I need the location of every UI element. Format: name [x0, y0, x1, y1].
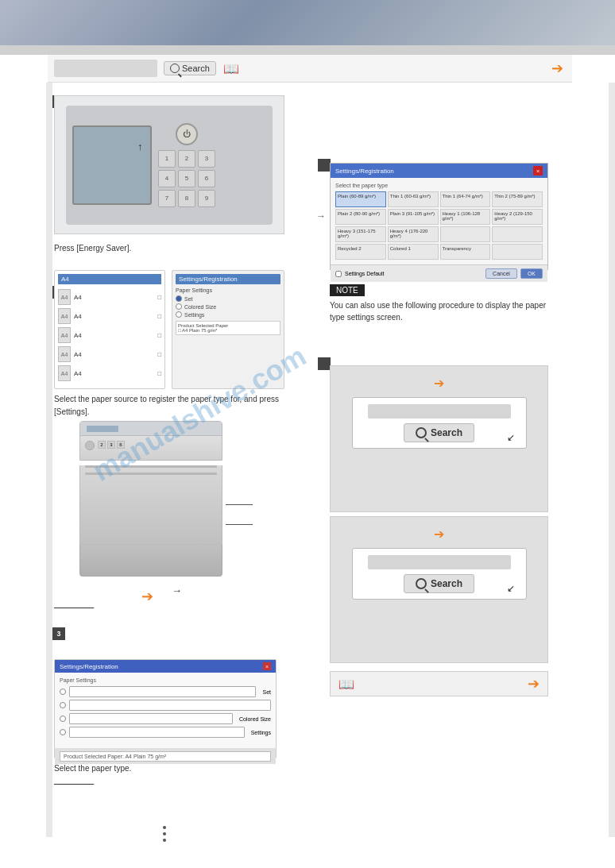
right-section-1-label	[318, 159, 331, 172]
popup-title-bar: Settings/Registration ×	[331, 164, 547, 178]
search-icon-1	[416, 427, 427, 438]
cell-thin1a[interactable]: Thin 1 (60-63 g/m²)	[388, 191, 439, 207]
btn-2: 2	[178, 150, 195, 168]
paper-settings-area: → A4 A4 A4 □ A4 A4 □ A4 A4 □ A4 A4 □ A4 …	[54, 270, 284, 389]
underline-text-left: _________	[54, 600, 94, 608]
pointer-arrow-left: →	[172, 584, 182, 596]
reg-input-2[interactable]	[69, 700, 271, 711]
printer-top: 2 3 6	[79, 421, 222, 461]
popup-ok-btn[interactable]: OK	[520, 268, 543, 279]
search-btn-label-1: Search	[431, 427, 462, 438]
popup-subtitle: Select the paper type	[335, 183, 543, 188]
btn-7: 7	[158, 190, 176, 207]
cursor-1: ↙	[507, 432, 515, 443]
step1-label: Press [Energy Saver].	[54, 244, 131, 253]
reg-row-3: Colored Size	[60, 713, 271, 724]
note-section: NOTE You can also use the following proc…	[330, 284, 548, 323]
search-button-top[interactable]: Search	[164, 61, 216, 75]
note-text: You can also use the following procedure…	[330, 299, 548, 323]
popup-close-btn[interactable]: ×	[533, 166, 543, 176]
settings-option-1: Set	[176, 295, 280, 302]
cell-empty2	[492, 226, 543, 242]
printer-control-panel-image: ⏻ 1 2 3 4 5 6 7 8 9 ↑	[54, 95, 284, 234]
cell-plain2[interactable]: Plain 2 (80-90 g/m²)	[335, 209, 386, 225]
nav-arrow-left-panel[interactable]: ➔	[141, 588, 153, 605]
paper-item-5: A4 A4 □	[58, 364, 161, 383]
popup-cancel-btn[interactable]: Cancel	[485, 268, 517, 279]
search-icon-2	[416, 578, 427, 589]
cell-heavy3[interactable]: Heavy 3 (151-175 g/m²)	[335, 226, 386, 242]
cell-recycled[interactable]: Recycled 2	[335, 244, 386, 260]
paper-item-2: A4 A4 □	[58, 307, 161, 326]
cell-plain3[interactable]: Plain 3 (91-105 g/m²)	[388, 209, 439, 225]
search-btn-label: Search	[182, 64, 210, 73]
step1-text: Press [Energy Saver].	[54, 242, 280, 255]
left-margin-strip	[46, 83, 52, 837]
bottom-book-icon[interactable]: 📖	[338, 677, 354, 692]
popup-title-text: Settings/Registration	[335, 168, 394, 175]
printer-body	[79, 465, 222, 545]
search-input-bar-1	[368, 404, 511, 419]
power-button: ⏻	[176, 123, 198, 145]
cell-heavy2[interactable]: Heavy 2 (129-150 g/m²)	[492, 209, 543, 225]
cell-thin2[interactable]: Thin 2 (75-89 g/m²)	[492, 191, 543, 207]
btn-4: 4	[158, 170, 176, 187]
step2-text: Select the paper source to register the …	[54, 393, 280, 419]
reg-input-4[interactable]	[69, 727, 245, 738]
search-inner-box-2: Search ↙	[352, 548, 527, 600]
cell-empty3	[492, 244, 543, 260]
paper-item-3: A4 A4 □	[58, 326, 161, 345]
cell-colored[interactable]: Colored 1	[388, 244, 439, 260]
reg-val-3: Colored Size	[239, 716, 271, 722]
reg-val-1: Set	[262, 689, 271, 695]
reg-bottom-bar: Product Selected Paper: A4 Plain 75 g/m²	[55, 748, 276, 764]
cell-thin1b[interactable]: Thin 1 (64-74 g/m²)	[440, 191, 491, 207]
link-text-left-2[interactable]: _________	[54, 776, 94, 785]
nav-forward-arrow[interactable]: ➔	[548, 60, 566, 77]
search-box-1-arrow: ➔	[434, 376, 444, 391]
bottom-forward-arrow[interactable]: ➔	[528, 675, 540, 692]
step3-text: Select the paper type.	[54, 762, 280, 775]
dots-area-left	[163, 826, 166, 842]
cell-heavy1[interactable]: Heavy 1 (106-128 g/m²)	[440, 209, 491, 225]
right-bottom-nav: 📖 ➔	[330, 671, 548, 696]
reg-row-1: Set	[60, 686, 271, 697]
settings-checkbox[interactable]	[335, 271, 342, 277]
settings-popup-inner: Settings/Registration × Select the paper…	[330, 163, 548, 270]
settings-option-3: Settings	[176, 311, 280, 318]
settings-registration-mini: Settings/Registration Paper Settings Set…	[172, 270, 284, 389]
cursor-2: ↙	[507, 583, 515, 594]
search-button-2[interactable]: Search	[404, 574, 474, 593]
reg-close-btn[interactable]: ×	[263, 662, 271, 670]
note-label: NOTE	[330, 284, 365, 296]
dot-3	[163, 839, 166, 842]
radio-4	[60, 729, 66, 735]
radio-2	[60, 702, 66, 708]
line-indicator-2	[226, 524, 253, 525]
search-btn-label-2: Search	[431, 578, 462, 589]
line-indicator-1	[226, 504, 253, 505]
panel-screen	[72, 125, 152, 205]
cell-transparency[interactable]: Transparency	[440, 244, 491, 260]
cell-plain[interactable]: Plain (60-89 g/m²)	[335, 191, 386, 207]
settings-default-label: Settings Default	[345, 271, 384, 276]
reg-subtitle: Paper Settings	[60, 677, 271, 683]
link-text-left[interactable]: _________	[54, 600, 94, 608]
search-button-1[interactable]: Search	[404, 423, 474, 442]
underline-text-left-2: _________	[54, 776, 94, 785]
book-icon[interactable]: 📖	[222, 60, 240, 77]
reg-bottom-info: Product Selected Paper: A4 Plain 75 g/m²	[60, 751, 271, 762]
reg-input-1[interactable]	[69, 686, 256, 697]
top-banner	[0, 0, 615, 45]
cell-heavy4[interactable]: Heavy 4 (176-220 g/m²)	[388, 226, 439, 242]
product-value: □ A4 Plain 75 g/m²	[178, 328, 278, 333]
paper-item-1: A4 A4 □	[58, 287, 161, 307]
search-box-container-1: ➔ Search ↙	[330, 365, 548, 512]
right-margin-strip	[609, 83, 615, 837]
radio-3	[60, 716, 66, 722]
settings-popup-right: Settings/Registration × Select the paper…	[330, 163, 548, 270]
reg-input-3[interactable]	[69, 713, 233, 724]
settings-option-2: Colored Size	[176, 303, 280, 310]
section-3-label: 3	[52, 627, 65, 640]
registration-screen-mini: Settings/Registration × Paper Settings S…	[54, 659, 277, 758]
